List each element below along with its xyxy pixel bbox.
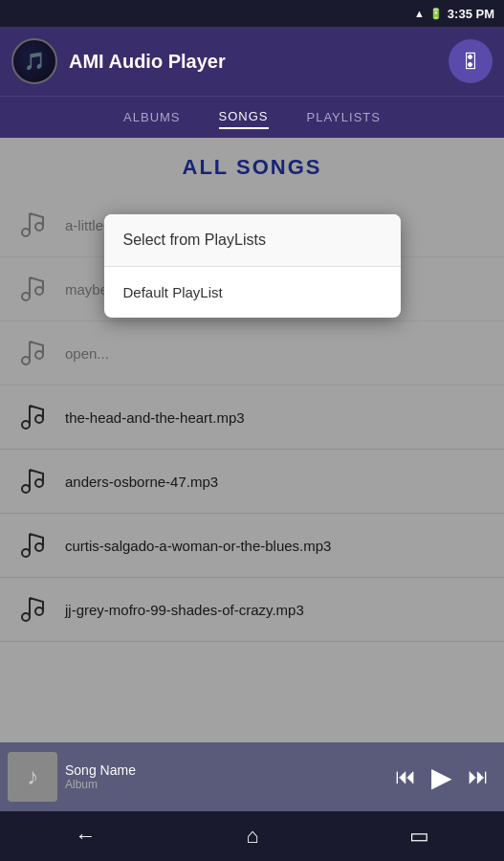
equalizer-icon: 🎛 [461,51,480,73]
bottom-navigation: ← ⌂ ▭ [0,811,504,861]
rewind-button[interactable]: ⏮ [395,764,416,789]
tab-navigation: ALBUMS SONGS PLAYLISTS [0,96,504,138]
song-info: Song Name Album [65,762,387,791]
status-icons: ▲ 🔋 3:35 PM [414,7,494,21]
main-content: ALL SONGS a-little-hope.mp3 maybe.mp3 [0,138,504,742]
album-thumb-icon: ♪ [27,763,38,790]
wifi-icon: ▲ [414,8,425,19]
status-time: 3:35 PM [448,7,494,21]
app-title: AMI Audio Player [69,51,226,73]
play-button[interactable]: ▶ [431,762,452,793]
app-logo-area: 🎵 AMI Audio Player [11,38,226,84]
app-bar: 🎵 AMI Audio Player 🎛 [0,27,504,96]
tab-songs[interactable]: SONGS [219,105,269,129]
tab-playlists[interactable]: PLAYLISTS [307,106,381,128]
back-button[interactable]: ← [75,824,96,849]
recents-button[interactable]: ▭ [409,824,429,849]
player-controls: ⏮ ▶ ⏭ [395,762,496,793]
playlist-dropdown: Select from PlayLists Default PlayList [104,214,401,318]
playlist-option-default[interactable]: Default PlayList [104,267,401,318]
now-playing-song-name: Song Name [65,762,387,778]
battery-icon: 🔋 [429,8,443,20]
now-playing-bar: ♪ Song Name Album ⏮ ▶ ⏭ [0,742,504,811]
album-thumbnail: ♪ [8,752,57,802]
home-button[interactable]: ⌂ [246,824,258,849]
dropdown-overlay[interactable]: Select from PlayLists Default PlayList [0,138,504,742]
dropdown-title: Select from PlayLists [104,214,401,267]
app-logo: 🎵 [11,38,57,84]
logo-icon: 🎵 [24,51,45,72]
tab-albums[interactable]: ALBUMS [123,106,180,128]
now-playing-album-name: Album [65,778,387,791]
status-bar: ▲ 🔋 3:35 PM [0,0,504,27]
fast-forward-button[interactable]: ⏭ [468,764,489,789]
settings-button[interactable]: 🎛 [449,39,493,83]
